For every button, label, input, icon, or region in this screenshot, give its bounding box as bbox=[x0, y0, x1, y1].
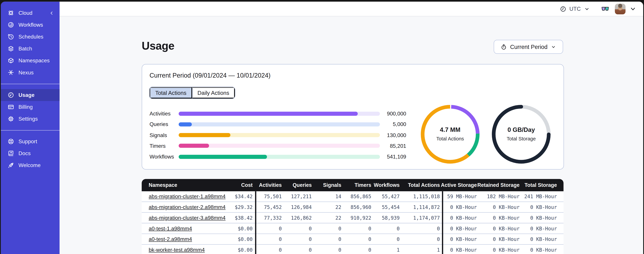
value-cell: 0 KB-Hour bbox=[480, 223, 523, 234]
topbar: UTC bbox=[60, 2, 643, 16]
value-cell: 22 bbox=[315, 212, 344, 223]
bar-row-workflows: Workflows541,109 bbox=[150, 154, 406, 159]
sidebar-item-label: Settings bbox=[18, 116, 38, 122]
table-divider bbox=[255, 191, 256, 254]
sidebar: CloudWorkflowsSchedulesBatchNamespacesNe… bbox=[1, 2, 60, 254]
value-cell: 856,960 bbox=[345, 202, 375, 212]
sidebar-item-schedules[interactable]: Schedules bbox=[1, 31, 60, 43]
user-menu-chevron-icon[interactable] bbox=[629, 5, 636, 12]
actions-bar-chart: Activities900,000Queries5,000Signals130,… bbox=[150, 111, 406, 165]
value-cell: 55,454 bbox=[375, 202, 403, 212]
bar-value: 85,201 bbox=[380, 143, 406, 149]
sidebar-item-nexus[interactable]: Nexus bbox=[1, 66, 60, 78]
table-row: abs-migration-cluster-2.a98mm4$29.3275,4… bbox=[142, 202, 563, 213]
sidebar-item-batch[interactable]: Batch bbox=[1, 43, 60, 54]
tab-total-actions[interactable]: Total Actions bbox=[150, 87, 192, 98]
value-cell: 0 KB-Hour bbox=[480, 234, 523, 244]
column-header-queries: Queries bbox=[285, 179, 315, 191]
value-cell: 0 KB-Hour bbox=[480, 244, 523, 254]
bar-fill bbox=[179, 122, 192, 126]
bar-label: Signals bbox=[150, 132, 179, 138]
bar-row-signals: Signals130,000 bbox=[150, 132, 406, 138]
period-selector-button[interactable]: Current Period bbox=[494, 40, 563, 54]
clock-icon bbox=[560, 6, 566, 12]
value-cell: 1 bbox=[403, 244, 443, 254]
namespace-cell: bk-worker-test.a98mm4 bbox=[142, 244, 218, 254]
table-row: abs-migration-cluster-1.a98mm4$34.4275,5… bbox=[142, 191, 563, 202]
value-cell: 0 KB-Hour bbox=[480, 202, 523, 212]
sidebar-item-label: Support bbox=[18, 138, 37, 144]
tab-daily-actions[interactable]: Daily Actions bbox=[192, 87, 235, 98]
namespace-link[interactable]: abs-migration-cluster-1.a98mm4 bbox=[149, 193, 226, 200]
temporal-logo bbox=[8, 10, 14, 16]
value-cell: $0.00 bbox=[218, 234, 256, 244]
sidebar-item-billing[interactable]: Billing bbox=[1, 101, 60, 113]
bar-label: Activities bbox=[150, 110, 179, 116]
column-header-cost: Cost bbox=[218, 179, 256, 191]
sidebar-item-label: Docs bbox=[18, 150, 31, 156]
sidebar-item-cloud[interactable]: Cloud bbox=[1, 7, 60, 19]
collapse-sidebar-icon[interactable] bbox=[49, 10, 55, 16]
timezone-selector[interactable]: UTC bbox=[560, 6, 590, 12]
value-cell: 0 KB-Hour bbox=[443, 212, 480, 223]
sidebar-item-usage[interactable]: Usage bbox=[1, 89, 60, 101]
value-cell: 0 KB-Hour bbox=[523, 244, 564, 254]
sidebar-item-welcome[interactable]: Welcome bbox=[1, 159, 60, 171]
table-row: abs-migration-cluster-3.a98mm4$38.4277,3… bbox=[142, 212, 563, 223]
card-title: Current Period (09/01/2024 — 10/01/2024) bbox=[150, 72, 270, 79]
sidebar-item-namespaces[interactable]: Namespaces bbox=[1, 54, 60, 66]
donut-value: 4.7 MM bbox=[420, 126, 481, 133]
glasses-icon[interactable] bbox=[601, 6, 610, 12]
value-cell: 1 bbox=[375, 244, 403, 254]
namespace-link[interactable]: a0-test-1.a98mm4 bbox=[149, 225, 192, 232]
value-cell: 0 bbox=[403, 223, 443, 234]
workflows-icon bbox=[8, 21, 14, 28]
column-header-total-actions: Total Actions bbox=[403, 179, 443, 191]
value-cell: 0 bbox=[285, 244, 315, 254]
total-actions-donut: 4.7 MMTotal Actions bbox=[420, 104, 481, 165]
sidebar-divider bbox=[1, 84, 60, 84]
donut-label: Total Storage bbox=[490, 136, 552, 142]
chevron-down-icon bbox=[551, 44, 556, 50]
value-cell: 14 bbox=[315, 191, 344, 202]
value-cell: 1,115,018 bbox=[403, 191, 443, 202]
bar-track bbox=[179, 112, 380, 116]
sidebar-item-settings[interactable]: Settings bbox=[1, 113, 60, 125]
namespace-link[interactable]: a0-test-2.a98mm4 bbox=[149, 236, 192, 242]
value-cell: 0 bbox=[403, 234, 443, 244]
value-cell: $0.00 bbox=[218, 223, 256, 234]
timezone-label: UTC bbox=[570, 6, 581, 12]
namespace-cell: abs-migration-cluster-2.a98mm4 bbox=[142, 202, 218, 212]
sidebar-item-workflows[interactable]: Workflows bbox=[1, 19, 60, 31]
app-window: CloudWorkflowsSchedulesBatchNamespacesNe… bbox=[1, 2, 643, 254]
value-cell: 241 MB-Hour bbox=[523, 191, 564, 202]
namespace-link[interactable]: abs-migration-cluster-3.a98mm4 bbox=[149, 215, 226, 221]
nexus-icon bbox=[8, 69, 14, 76]
user-avatar[interactable] bbox=[615, 4, 626, 14]
bar-track bbox=[179, 122, 380, 126]
bar-track bbox=[179, 144, 380, 148]
namespace-usage-table: NamespaceCostActivitiesQueriesSignalsTim… bbox=[142, 179, 563, 254]
namespace-link[interactable]: bk-worker-test.a98mm4 bbox=[149, 247, 205, 253]
value-cell: 75,501 bbox=[256, 191, 285, 202]
bar-fill bbox=[179, 144, 209, 148]
value-cell: 58,939 bbox=[375, 212, 403, 223]
chevron-down-icon bbox=[584, 6, 590, 12]
table-body: abs-migration-cluster-1.a98mm4$34.4275,5… bbox=[142, 191, 563, 254]
value-cell: 0 KB-Hour bbox=[523, 234, 564, 244]
value-cell: 0 bbox=[375, 223, 403, 234]
value-cell: 0 bbox=[285, 223, 315, 234]
value-cell: 0 KB-Hour bbox=[443, 244, 480, 254]
sidebar-item-docs[interactable]: Docs bbox=[1, 148, 60, 159]
namespace-link[interactable]: abs-migration-cluster-2.a98mm4 bbox=[149, 204, 226, 210]
bar-label: Queries bbox=[150, 121, 179, 128]
value-cell: $0.00 bbox=[218, 244, 256, 254]
column-header-retained-storage: Retained Storage bbox=[480, 179, 523, 191]
donut-label: Total Actions bbox=[420, 136, 481, 142]
column-header-total-storage: Total Storage bbox=[523, 179, 564, 191]
value-cell: 0 KB-Hour bbox=[523, 202, 564, 212]
value-cell: 75,452 bbox=[256, 202, 285, 212]
usage-icon bbox=[8, 92, 14, 98]
bar-value: 5,000 bbox=[380, 121, 406, 128]
sidebar-item-support[interactable]: Support bbox=[1, 136, 60, 148]
